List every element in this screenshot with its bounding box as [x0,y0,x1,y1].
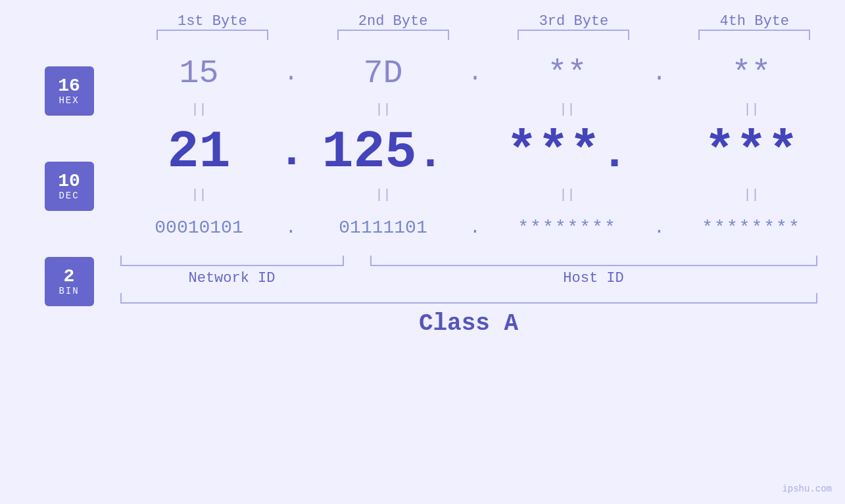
byte3-header: 3rd Byte [496,13,652,30]
hex-label: HEX [59,95,79,106]
bin-badge: 2 BIN [45,257,94,306]
hex-b4-value: ** [731,55,771,92]
bottom-brackets-row [120,253,831,266]
dec-b3-value: *** [506,122,600,182]
dec-dot2-inline: . [417,128,445,180]
bin-b2-value: 01111101 [339,218,427,238]
dec-b1: 21 [120,122,278,182]
pipe-icon: || [375,102,391,117]
pipe-icon: || [743,102,759,117]
hex-b3-value: ** [547,55,587,92]
hex-b3: ** [489,55,646,92]
byte3-bracket-top [518,30,629,40]
byte1-header-col: 1st Byte [135,13,290,40]
data-columns: 15 . 7D . ** . ** [120,47,831,337]
dec-b2: 125. [304,122,462,182]
dec-badge: 10 DEC [45,162,94,211]
pipe-icon: || [375,187,391,202]
dec-dot1: . [278,126,304,178]
bin-number: 2 [64,267,75,286]
dec-b1-value: 21 [167,122,230,182]
pipe-icon: || [191,102,206,117]
byte4-bracket-top [698,30,810,40]
byte-headers-row: 1st Byte 2nd Byte 3rd Byte 4th Byte [135,13,832,40]
byte4-header: 4th Byte [677,13,832,30]
dec-b3: ***. [489,122,646,182]
bin-dot2: . [462,218,489,238]
hex-number: 16 [58,77,80,95]
hex-b2-value: 7D [363,55,402,92]
dot-icon: . [652,60,667,87]
pipe-row-1: || || || || [120,99,831,119]
bin-b2: 01111101 [304,218,462,238]
class-label: Class A [120,310,817,337]
watermark: ipshu.com [782,484,832,494]
host-id-label: Host ID [370,270,817,286]
byte2-header: 2nd Byte [316,13,471,30]
byte4-header-col: 4th Byte [677,13,832,40]
pipe-icon: || [559,187,575,202]
dec-b4-value: *** [704,122,798,182]
bin-label: BIN [59,286,79,296]
bin-dot3: . [646,218,673,238]
dec-b2-value: 125 [322,122,416,182]
pipe-icon: || [743,187,759,202]
dec-dot3-inline: . [601,128,629,180]
pipe-icon: || [191,187,206,202]
dot-icon: . [284,60,299,87]
bin-b1-value: 00010101 [155,218,243,238]
network-id-label: Network ID [120,270,344,286]
bin-row: 00010101 . 01111101 . ******** . [120,204,831,250]
hex-b1-value: 15 [179,55,218,92]
dot-icon: . [654,218,665,238]
dec-row: 21 . 125. ***. *** [120,119,831,185]
dot-icon: . [278,126,306,178]
hex-b4: ** [673,55,831,92]
main-container: 1st Byte 2nd Byte 3rd Byte 4th Byte 16 H… [0,0,845,504]
dot-icon: . [468,60,483,87]
id-labels-row: Network ID Host ID [120,270,831,286]
bin-b4-value: ******** [702,218,800,238]
bin-b3-value: ******** [518,218,616,238]
base-badges: 16 HEX 10 DEC 2 BIN [45,66,94,306]
byte3-header-col: 3rd Byte [496,13,652,40]
hex-badge: 16 HEX [45,66,94,116]
dec-number: 10 [58,172,80,191]
host-bracket [370,256,817,266]
hex-row: 15 . 7D . ** . ** [120,47,831,99]
dot-icon: . [285,218,297,238]
bin-b1: 00010101 [120,218,278,238]
bin-dot1: . [278,218,304,238]
dec-b4: *** [673,122,831,182]
pipe-icon: || [559,102,575,117]
hex-dot2: . [462,60,489,87]
byte2-bracket-top [337,30,449,40]
dot-icon: . [470,218,481,238]
bin-b4: ******** [673,218,831,238]
outer-bottom-bracket [120,293,817,304]
byte2-header-col: 2nd Byte [316,13,471,40]
hex-b1: 15 [120,55,278,92]
byte1-bracket-top [157,30,268,40]
pipe-row-2: || || || || [120,185,831,204]
hex-b2: 7D [304,55,462,92]
dec-label: DEC [59,191,79,201]
byte1-header: 1st Byte [135,13,290,30]
bin-b3: ******** [489,218,646,238]
network-bracket [120,256,344,266]
hex-dot1: . [278,60,304,87]
hex-dot3: . [646,60,673,87]
